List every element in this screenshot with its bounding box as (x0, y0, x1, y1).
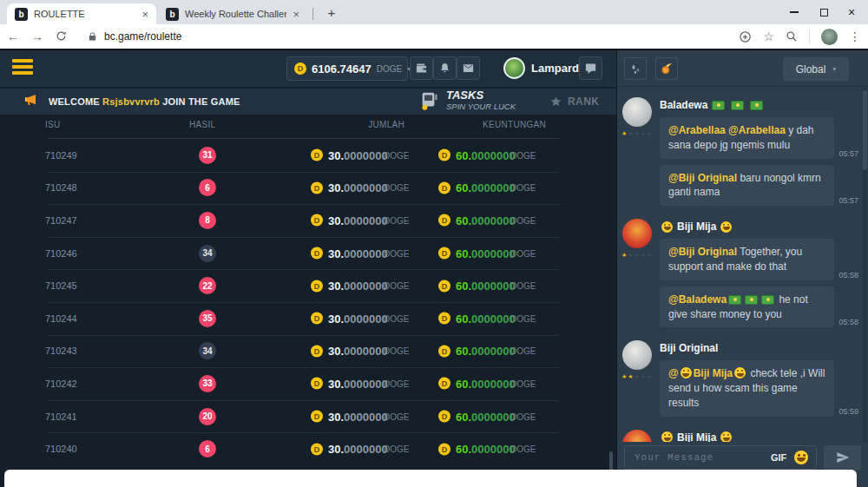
bet-currency: DOGE (384, 313, 409, 323)
chat-username[interactable]: Baladewa (660, 99, 858, 111)
page-zoom-icon[interactable] (739, 30, 752, 43)
browser-menu-icon[interactable]: ⋮ (849, 30, 861, 43)
chat-user-meta: ★★★★★ (621, 430, 653, 442)
bookmark-star-icon[interactable]: ☆ (763, 30, 774, 43)
emoji-picker-icon[interactable] (794, 451, 808, 464)
navbar-actions: ☆ ⋮ (739, 29, 861, 45)
rank-link[interactable]: RANK (549, 95, 599, 108)
browser-profile-avatar[interactable] (821, 29, 838, 45)
slot-machine-icon (419, 90, 438, 111)
chat-bubble-icon (584, 62, 597, 75)
send-message-button[interactable] (824, 445, 861, 470)
bet-amount: 30.0000000 (328, 345, 388, 358)
table-row[interactable]: 7102478D30.0000000DOGED60.0000000DOGE (0, 204, 616, 237)
window-minimize-button[interactable] (778, 0, 811, 24)
mention-link[interactable]: @ (668, 367, 679, 379)
close-tab-icon[interactable]: × (141, 9, 148, 20)
chat-user-avatar[interactable] (622, 430, 652, 442)
chat-message-input[interactable] (633, 451, 763, 464)
amount-decimals: 0000000 (471, 312, 516, 325)
forward-icon[interactable]: → (31, 30, 43, 43)
table-row[interactable]: 71024634D30.0000000DOGED60.0000000DOGE (0, 237, 616, 270)
gif-button[interactable]: GIF (771, 452, 786, 463)
window-close-button[interactable]: × (835, 0, 868, 24)
profit-currency: DOGE (510, 281, 536, 291)
reload-icon[interactable] (56, 30, 67, 43)
bet-currency: DOGE (384, 346, 409, 356)
chat-bubble-row: @Biji Original Together, you support and… (660, 239, 858, 280)
chat-region-dropdown[interactable]: Global ▾ (783, 57, 849, 81)
user-menu[interactable]: Lampard ▾ (503, 57, 589, 79)
round-id: 710244 (45, 313, 77, 324)
column-header-keuntungan: KEUNTUNGAN (483, 120, 546, 129)
bet-currency: DOGE (384, 281, 409, 291)
mention-link[interactable]: @Biji Original (668, 246, 737, 258)
chat-bubble: @Baladewa he not give share money to you (660, 286, 834, 328)
mention-link[interactable]: @Arabellaa (668, 124, 726, 136)
bet-currency: DOGE (384, 215, 409, 225)
money-emoji-icon (761, 295, 774, 305)
chat-message: ★★★★★Baladewa@Arabellaa @Arabellaa y dah… (621, 97, 858, 206)
money-emoji-icon (731, 101, 744, 110)
chat-toggle-button[interactable] (579, 56, 602, 80)
coindrop-button[interactable]: D (655, 57, 678, 80)
balance-currency: DOGE (377, 64, 402, 74)
star-icon: ★ (647, 130, 653, 136)
tab-roulette[interactable]: b ROULETTE × (7, 3, 156, 24)
new-tab-button[interactable]: + (322, 3, 341, 22)
mention-link[interactable]: @Baladewa (668, 293, 727, 306)
profit-currency: DOGE (510, 248, 536, 258)
table-row[interactable]: 71024233D30.0000000DOGED60.0000000DOGE (0, 367, 616, 400)
mention-link[interactable]: @Biji Original (668, 172, 737, 184)
megaphone-icon (23, 93, 38, 110)
chat-message-body: Biji Original@Biji Mija check tele ,i Wi… (660, 340, 858, 416)
chat-username[interactable]: Biji Mija (660, 220, 858, 233)
bet-amount-cell: D30.0000000 (311, 443, 388, 456)
notifications-button[interactable] (433, 56, 457, 80)
wallet-button[interactable] (410, 56, 433, 80)
table-row[interactable]: 7102486D30.0000000DOGED60.0000000DOGE (0, 172, 616, 205)
browser-navbar: ← → bc.game/roulette ☆ ⋮ (0, 24, 868, 49)
address-bar[interactable]: bc.game/roulette (79, 27, 727, 46)
money-emoji-icon (745, 295, 758, 305)
table-row[interactable]: 71024522D30.0000000DOGED60.0000000DOGE (0, 269, 616, 302)
profit-amount-cell: D60.0000000 (438, 443, 516, 456)
close-tab-icon[interactable]: × (293, 9, 299, 20)
chat-scrollbar-thumb[interactable] (863, 90, 867, 170)
chat-bubble: @Biji Original Together, you support and… (660, 239, 834, 280)
table-row[interactable]: 7102406D30.0000000DOGED60.0000000DOGE (0, 432, 616, 465)
amount-integer: 60. (456, 181, 471, 194)
amount-decimals: 0000000 (471, 148, 516, 161)
tasks-promo[interactable]: TASKS SPIN YOUR LUCK (419, 89, 516, 112)
doge-coin-icon: D (438, 149, 450, 161)
chat-username[interactable]: Biji Original (660, 342, 858, 354)
profit-amount-cell: D60.0000000 (438, 181, 516, 194)
hamburger-menu-icon[interactable] (12, 59, 33, 77)
balance-selector[interactable]: D 6106.74647 DOGE ▾ (286, 56, 408, 81)
table-row[interactable]: 71024334D30.0000000DOGED60.0000000DOGE (0, 335, 616, 368)
chat-user-avatar[interactable] (622, 340, 652, 370)
rain-button[interactable] (624, 57, 647, 80)
bet-amount-cell: D30.0000000 (311, 345, 388, 358)
table-row[interactable]: 71024120D30.0000000DOGED60.0000000DOGE (0, 400, 616, 433)
doge-coin-icon: D (311, 181, 323, 194)
bet-amount: 30.0000000 (328, 247, 388, 260)
chat-user-avatar[interactable] (622, 97, 652, 127)
round-id: 710245 (45, 280, 77, 291)
welcome-player-name[interactable]: Rsjsbvvrvrb (102, 96, 160, 107)
round-id: 710243 (45, 346, 77, 356)
chat-username[interactable]: Biji Mija (660, 431, 858, 442)
table-row[interactable]: 71024931D30.0000000DOGED60.0000000DOGE (0, 139, 616, 172)
table-row[interactable]: 71024435D30.0000000DOGED60.0000000DOGE (0, 302, 616, 335)
chat-user-avatar[interactable] (622, 219, 652, 248)
amount-integer: 60. (456, 312, 471, 325)
star-icon: ★ (635, 252, 641, 258)
messages-button[interactable] (457, 56, 480, 80)
mention-link[interactable]: Biji Mija (694, 367, 733, 379)
mention-link[interactable]: @Arabellaa (728, 124, 786, 136)
doge-coin-icon: D (438, 345, 450, 357)
search-icon[interactable] (786, 30, 798, 43)
tab-weekly-challenge[interactable]: b Weekly Roulette Challenge - Win × (158, 3, 307, 24)
profit-currency: DOGE (510, 183, 536, 193)
back-icon[interactable]: ← (7, 30, 19, 43)
